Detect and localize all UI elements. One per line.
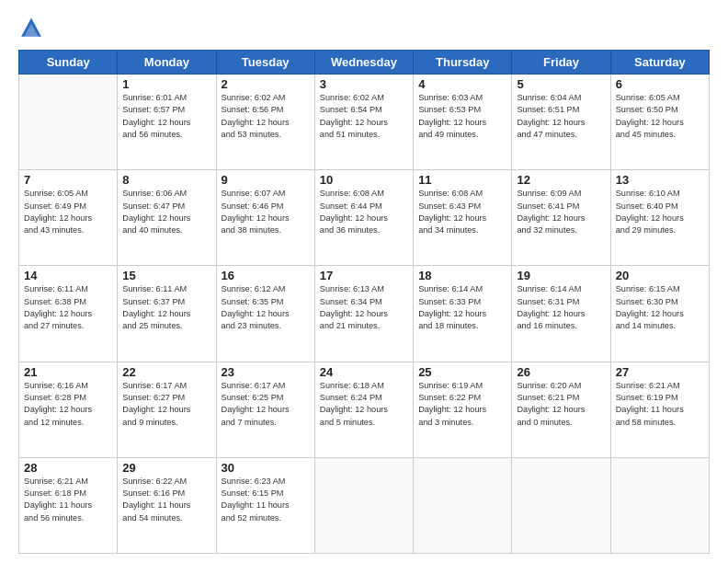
day-number: 12 [517,173,605,187]
calendar-cell: 27Sunrise: 6:21 AM Sunset: 6:19 PM Dayli… [610,362,709,457]
day-info: Sunrise: 6:02 AM Sunset: 6:54 PM Dayligh… [320,92,408,141]
day-info: Sunrise: 6:14 AM Sunset: 6:31 PM Dayligh… [517,283,605,332]
day-info: Sunrise: 6:19 AM Sunset: 6:22 PM Dayligh… [418,380,506,429]
calendar-cell [314,457,413,553]
calendar-cell: 7Sunrise: 6:05 AM Sunset: 6:49 PM Daylig… [19,170,118,266]
day-number: 14 [24,269,112,282]
calendar-cell: 28Sunrise: 6:21 AM Sunset: 6:18 PM Dayli… [19,457,118,553]
calendar-cell: 1Sunrise: 6:01 AM Sunset: 6:57 PM Daylig… [118,75,216,170]
calendar-cell: 16Sunrise: 6:12 AM Sunset: 6:35 PM Dayli… [216,266,314,362]
day-info: Sunrise: 6:21 AM Sunset: 6:18 PM Dayligh… [24,476,112,524]
day-info: Sunrise: 6:23 AM Sunset: 6:15 PM Dayligh… [222,476,310,524]
day-info: Sunrise: 6:21 AM Sunset: 6:19 PM Dayligh… [616,380,704,429]
day-info: Sunrise: 6:03 AM Sunset: 6:53 PM Dayligh… [418,92,506,141]
calendar-cell: 5Sunrise: 6:04 AM Sunset: 6:51 PM Daylig… [512,75,610,170]
calendar-cell: 26Sunrise: 6:20 AM Sunset: 6:21 PM Dayli… [512,362,610,457]
day-info: Sunrise: 6:06 AM Sunset: 6:47 PM Dayligh… [122,188,210,236]
calendar-cell: 22Sunrise: 6:17 AM Sunset: 6:27 PM Dayli… [118,362,216,457]
calendar-header-row: SundayMondayTuesdayWednesdayThursdayFrid… [19,51,710,75]
calendar-cell: 12Sunrise: 6:09 AM Sunset: 6:41 PM Dayli… [512,170,610,266]
calendar-cell: 23Sunrise: 6:17 AM Sunset: 6:25 PM Dayli… [216,362,314,457]
calendar-cell: 2Sunrise: 6:02 AM Sunset: 6:56 PM Daylig… [216,75,314,170]
day-info: Sunrise: 6:07 AM Sunset: 6:46 PM Dayligh… [222,188,310,236]
day-info: Sunrise: 6:01 AM Sunset: 6:57 PM Dayligh… [122,92,210,141]
day-info: Sunrise: 6:17 AM Sunset: 6:25 PM Dayligh… [222,380,310,429]
day-number: 13 [616,173,704,187]
logo [18,17,48,42]
calendar-cell: 11Sunrise: 6:08 AM Sunset: 6:43 PM Dayli… [414,170,512,266]
day-info: Sunrise: 6:05 AM Sunset: 6:49 PM Dayligh… [24,188,112,236]
calendar-cell: 3Sunrise: 6:02 AM Sunset: 6:54 PM Daylig… [314,75,413,170]
calendar-cell: 29Sunrise: 6:22 AM Sunset: 6:16 PM Dayli… [118,457,216,553]
day-info: Sunrise: 6:20 AM Sunset: 6:21 PM Dayligh… [517,380,605,429]
day-header-sunday: Sunday [19,51,118,75]
day-info: Sunrise: 6:11 AM Sunset: 6:38 PM Dayligh… [24,283,112,332]
day-number: 30 [222,461,310,475]
day-number: 27 [616,365,704,379]
day-number: 17 [320,269,408,282]
day-number: 4 [418,77,506,91]
day-header-friday: Friday [512,51,610,75]
day-info: Sunrise: 6:14 AM Sunset: 6:33 PM Dayligh… [418,283,506,332]
calendar-cell: 24Sunrise: 6:18 AM Sunset: 6:24 PM Dayli… [314,362,413,457]
day-number: 23 [222,365,310,379]
day-number: 22 [122,365,210,379]
page: SundayMondayTuesdayWednesdayThursdayFrid… [0,0,728,563]
day-number: 28 [24,461,112,475]
day-info: Sunrise: 6:13 AM Sunset: 6:34 PM Dayligh… [320,283,408,332]
calendar-cell: 25Sunrise: 6:19 AM Sunset: 6:22 PM Dayli… [414,362,512,457]
logo-icon [18,17,44,42]
day-number: 19 [517,269,605,282]
day-number: 7 [24,173,112,187]
calendar-week-3: 14Sunrise: 6:11 AM Sunset: 6:38 PM Dayli… [19,266,710,362]
calendar-cell: 9Sunrise: 6:07 AM Sunset: 6:46 PM Daylig… [216,170,314,266]
calendar-cell [610,457,709,553]
day-info: Sunrise: 6:10 AM Sunset: 6:40 PM Dayligh… [616,188,704,236]
calendar-cell: 10Sunrise: 6:08 AM Sunset: 6:44 PM Dayli… [314,170,413,266]
calendar-cell: 30Sunrise: 6:23 AM Sunset: 6:15 PM Dayli… [216,457,314,553]
calendar-cell: 13Sunrise: 6:10 AM Sunset: 6:40 PM Dayli… [610,170,709,266]
calendar-cell: 14Sunrise: 6:11 AM Sunset: 6:38 PM Dayli… [19,266,118,362]
day-info: Sunrise: 6:02 AM Sunset: 6:56 PM Dayligh… [222,92,310,141]
header [18,17,710,42]
day-number: 20 [616,269,704,282]
day-number: 9 [222,173,310,187]
day-number: 16 [222,269,310,282]
calendar-cell [512,457,610,553]
calendar-week-5: 28Sunrise: 6:21 AM Sunset: 6:18 PM Dayli… [19,457,710,553]
day-info: Sunrise: 6:22 AM Sunset: 6:16 PM Dayligh… [122,476,210,524]
calendar-week-4: 21Sunrise: 6:16 AM Sunset: 6:28 PM Dayli… [19,362,710,457]
calendar-body: 1Sunrise: 6:01 AM Sunset: 6:57 PM Daylig… [19,75,710,554]
calendar-cell: 8Sunrise: 6:06 AM Sunset: 6:47 PM Daylig… [118,170,216,266]
day-info: Sunrise: 6:05 AM Sunset: 6:50 PM Dayligh… [616,92,704,141]
calendar-cell: 17Sunrise: 6:13 AM Sunset: 6:34 PM Dayli… [314,266,413,362]
day-info: Sunrise: 6:11 AM Sunset: 6:37 PM Dayligh… [122,283,210,332]
calendar-cell: 6Sunrise: 6:05 AM Sunset: 6:50 PM Daylig… [610,75,709,170]
day-header-wednesday: Wednesday [314,51,413,75]
day-header-thursday: Thursday [414,51,512,75]
day-number: 29 [122,461,210,475]
day-header-tuesday: Tuesday [216,51,314,75]
day-number: 21 [24,365,112,379]
day-info: Sunrise: 6:12 AM Sunset: 6:35 PM Dayligh… [222,283,310,332]
day-info: Sunrise: 6:08 AM Sunset: 6:44 PM Dayligh… [320,188,408,236]
calendar-cell: 15Sunrise: 6:11 AM Sunset: 6:37 PM Dayli… [118,266,216,362]
calendar-cell [19,75,118,170]
day-header-monday: Monday [118,51,216,75]
calendar-cell: 4Sunrise: 6:03 AM Sunset: 6:53 PM Daylig… [414,75,512,170]
day-number: 25 [418,365,506,379]
day-info: Sunrise: 6:18 AM Sunset: 6:24 PM Dayligh… [320,380,408,429]
day-number: 15 [122,269,210,282]
day-number: 2 [222,77,310,91]
day-info: Sunrise: 6:08 AM Sunset: 6:43 PM Dayligh… [418,188,506,236]
day-number: 8 [122,173,210,187]
calendar-cell: 20Sunrise: 6:15 AM Sunset: 6:30 PM Dayli… [610,266,709,362]
day-number: 10 [320,173,408,187]
day-number: 11 [418,173,506,187]
day-info: Sunrise: 6:09 AM Sunset: 6:41 PM Dayligh… [517,188,605,236]
day-number: 5 [517,77,605,91]
day-number: 24 [320,365,408,379]
day-info: Sunrise: 6:04 AM Sunset: 6:51 PM Dayligh… [517,92,605,141]
day-info: Sunrise: 6:15 AM Sunset: 6:30 PM Dayligh… [616,283,704,332]
day-number: 6 [616,77,704,91]
